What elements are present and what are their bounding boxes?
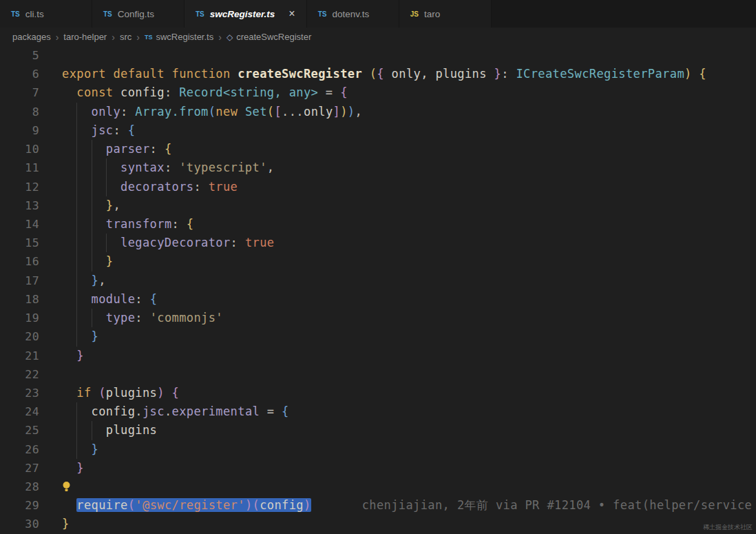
code-line-content[interactable]: syntax: 'typescript', [39,158,756,177]
code-line-content[interactable]: } [39,252,756,271]
code-line-content[interactable]: require('@swc/register')(config)chenjiaj… [39,496,756,515]
tab-taro[interactable]: JStaro [399,0,492,28]
breadcrumb-item-src[interactable]: src [120,32,132,42]
code-token: type [106,311,136,325]
breadcrumb-label: createSwcRegister [236,32,311,42]
code-line-content[interactable]: } [39,459,756,477]
tab-cli.ts[interactable]: TScli.ts [0,0,92,28]
code-line-content[interactable]: }, [39,196,756,215]
code-token: ( [370,67,377,81]
breadcrumb-item-swcRegister.ts[interactable]: TSswcRegister.ts [145,32,213,42]
code-token: parser [106,142,150,156]
code-line-content[interactable]: } [39,347,756,365]
indent-guide [76,215,91,234]
tab-label: taro [424,9,440,19]
code-token: = [318,85,340,99]
line-number: 26 [0,440,39,459]
code-token: only [304,105,333,119]
code-line-10: 10parser: { [0,140,756,158]
code-token: only [92,105,121,119]
code-token: } [92,274,99,287]
code-token: decorators [120,180,193,194]
indent-guide [62,83,76,102]
code-token: { [699,67,706,81]
code-token [165,386,172,400]
code-line-content[interactable]: plugins [39,421,756,440]
tab-dotenv.ts[interactable]: TSdotenv.ts [307,0,399,28]
ts-file-icon: TS [103,10,112,18]
indent-guide [62,402,76,421]
lightbulb-icon[interactable] [62,480,71,493]
indent-guide [92,252,106,271]
code-line-17: 17}, [0,271,756,290]
code-line-content[interactable]: config.jsc.experimental = { [39,402,756,421]
symbol-method-icon: ◇ [227,32,233,42]
code-line-content[interactable]: type: 'commonjs' [39,309,756,327]
code-token: const [76,85,120,99]
code-line-content[interactable]: transform: { [39,215,756,234]
code-token: config [260,498,304,512]
indent-guide [62,252,76,271]
close-icon[interactable]: × [288,8,295,19]
indent-guide [92,215,106,234]
code-line-content[interactable]: module: { [39,290,756,309]
code-token: jsc [143,404,165,418]
code-line-content[interactable]: legacyDecorator: true [39,234,756,252]
code-token: only, plugins [392,67,494,81]
breadcrumb-item-createSwcRegister[interactable]: ◇createSwcRegister [227,32,311,42]
breadcrumb-item-packages[interactable]: packages [12,32,51,42]
code-token: config [120,85,165,99]
code-token: ( [267,105,275,119]
indent-guide [92,140,106,158]
code-token: experimental [172,404,260,418]
code-line-content[interactable]: } [39,440,756,459]
code-token: Set [245,105,267,119]
code-token: { [282,404,289,418]
code-token: . [135,404,143,418]
line-number: 30 [0,515,39,533]
code-line-content[interactable]: if (plugins) { [39,384,756,402]
indent-guide [62,103,76,121]
code-token: { [187,217,194,231]
code-token: if [76,386,98,400]
code-line-7: 7const config: Record<string, any> = { [0,83,756,102]
code-line-content[interactable]: const config: Record<string, any> = { [39,83,756,102]
tab-swcRegister.ts[interactable]: TSswcRegister.ts× [185,0,307,28]
indent-guide [76,234,91,252]
code-token: : [231,236,245,249]
line-number: 11 [0,158,39,177]
code-line-content[interactable]: parser: { [39,140,756,158]
line-number: 5 [0,46,39,65]
code-line-content[interactable]: jsc: { [39,121,756,140]
indent-guide [62,196,76,215]
code-token: : [165,85,179,99]
code-line-content[interactable]: }, [39,271,756,290]
code-token: true [209,180,238,194]
line-number: 19 [0,309,39,327]
code-line-content[interactable] [39,477,756,496]
line-number: 13 [0,196,39,215]
code-token: 'typescript' [179,161,267,174]
breadcrumb-item-taro-helper[interactable]: taro-helper [63,32,107,42]
indent-guide [76,158,91,177]
code-token: [ [274,105,282,119]
indent-guide [62,271,76,290]
code-line-content[interactable]: only: Array.from(new Set([...only])), [39,103,756,121]
code-line-29: 29require('@swc/register')(config)chenji… [0,496,756,515]
code-line-content[interactable]: decorators: true [39,178,756,196]
indent-guide [62,459,76,477]
line-number: 10 [0,140,39,158]
ts-file-icon: TS [318,10,327,18]
code-line-14: 14transform: { [0,215,756,234]
code-line-content[interactable]: } [39,327,756,346]
line-number: 24 [0,402,39,421]
code-token: : [172,217,187,231]
indent-guide [106,178,120,196]
code-line-28: 28 [0,477,756,496]
code-line-content[interactable] [39,365,756,384]
code-line-content[interactable] [39,46,756,65]
code-line-content[interactable]: } [39,515,756,533]
code-line-content[interactable]: export default function createSwcRegiste… [39,65,756,83]
code-token: ICreateSwcRegisterParam [516,67,684,81]
tab-Config.ts[interactable]: TSConfig.ts [92,0,185,28]
